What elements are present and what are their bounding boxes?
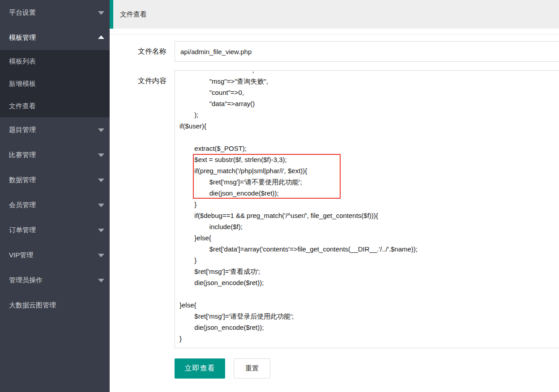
code-line: $ret['data']=array('contents'=>file_get_…: [179, 243, 559, 255]
sidebar-item-label: 平台设置: [9, 9, 36, 16]
sidebar-item-template-management[interactable]: 模板管理: [0, 25, 110, 50]
file-name-row: 文件名称: [110, 41, 559, 62]
sidebar-item-data-management[interactable]: 数据管理: [0, 167, 110, 192]
sidebar-item-platform-settings[interactable]: 平台设置: [0, 0, 110, 25]
code-line: if($debug==1 && preg_match('/^user/', fi…: [179, 210, 559, 221]
chevron-down-icon: [98, 229, 104, 232]
file-content-textarea[interactable]: , "msg"=>"查询失败", "count"=>0, "data"=>arr…: [175, 70, 559, 348]
code-line: "data"=>array(): [179, 98, 559, 109]
sidebar-item-question-management[interactable]: 题目管理: [0, 117, 110, 142]
sidebar-item-label: 会员管理: [9, 201, 36, 209]
sidebar-item-file-view[interactable]: 文件查看: [0, 95, 110, 117]
chevron-down-icon: [98, 153, 104, 157]
code-content: , "msg"=>"查询失败", "count"=>0, "data"=>arr…: [175, 71, 559, 344]
sidebar: 平台设置 模板管理 模板列表 新增模板 文件查看 题目管理 比赛管理 数据管理 …: [0, 0, 110, 392]
code-line: }else{: [179, 232, 559, 243]
sidebar-item-contest-management[interactable]: 比赛管理: [0, 142, 110, 167]
page-title: 文件查看: [120, 10, 147, 19]
code-line: "msg"=>"查询失败",: [179, 76, 559, 87]
code-line: );: [179, 109, 559, 120]
code-line: [179, 132, 559, 143]
code-line: if(preg_match('/php|sml|phar/i', $ext)){: [179, 165, 559, 176]
code-line: "count"=>0,: [179, 87, 559, 98]
code-line: ,: [179, 70, 559, 76]
sidebar-item-label: 文件查看: [9, 102, 36, 110]
sidebar-item-vip-management[interactable]: VIP管理: [0, 243, 110, 268]
code-line: $ret['msg']='请不要使用此功能';: [179, 176, 559, 187]
sidebar-item-label: 数据管理: [9, 176, 36, 183]
sidebar-item-label: 新增模板: [9, 80, 36, 87]
code-line: die(json_encode($ret));: [179, 277, 559, 288]
sidebar-item-label: VIP管理: [9, 251, 33, 259]
sidebar-item-label: 模板管理: [9, 34, 36, 41]
sidebar-item-label: 管理员操作: [9, 276, 43, 284]
file-name-label: 文件名称: [110, 41, 166, 62]
code-line: die(json_encode($ret));: [179, 322, 559, 333]
sidebar-item-add-template[interactable]: 新增模板: [0, 72, 110, 95]
code-line: }: [179, 199, 559, 210]
code-line: }: [179, 255, 559, 266]
form-actions: 立即查看 重置: [175, 358, 559, 379]
chevron-down-icon: [98, 11, 104, 15]
header-divider: [110, 34, 559, 34]
code-line: $ret['msg']='请登录后使用此功能';: [179, 311, 559, 322]
chevron-down-icon: [98, 204, 104, 207]
code-line: [179, 288, 559, 299]
file-content-row: 文件内容 , "msg"=>"查询失败", "count"=>0, "data"…: [110, 70, 559, 348]
chevron-down-icon: [98, 254, 104, 257]
chevron-down-icon: [98, 128, 104, 132]
sidebar-item-label: 模板列表: [9, 57, 36, 65]
main-content: 文件查看 文件名称 文件内容 , "msg"=>"查询失败", "count"=…: [110, 0, 559, 392]
header-accent-bar: [110, 0, 113, 29]
code-line: }else{: [179, 299, 559, 311]
sidebar-item-label: 题目管理: [9, 126, 36, 133]
sidebar-submenu: 模板列表 新增模板 文件查看: [0, 50, 110, 117]
sidebar-item-member-management[interactable]: 会员管理: [0, 192, 110, 217]
chevron-down-icon: [98, 179, 104, 182]
sidebar-item-label: 订单管理: [9, 226, 36, 234]
page-header: 文件查看: [110, 0, 559, 29]
code-line: }: [179, 333, 559, 344]
view-now-button[interactable]: 立即查看: [175, 358, 225, 379]
sidebar-item-template-list[interactable]: 模板列表: [0, 50, 110, 72]
code-line: $ret['msg']='查看成功';: [179, 266, 559, 277]
code-line: extract($_POST);: [179, 143, 559, 154]
sidebar-item-label: 比赛管理: [9, 151, 36, 158]
chevron-down-icon: [98, 279, 104, 282]
sidebar-item-order-management[interactable]: 订单管理: [0, 217, 110, 243]
file-name-input[interactable]: [175, 41, 559, 62]
reset-button[interactable]: 重置: [234, 358, 270, 379]
code-line: die(json_encode($ret));: [179, 187, 559, 199]
chevron-up-icon: [98, 35, 104, 39]
sidebar-item-bigdata-cloud-management[interactable]: 大数据云图管理: [0, 293, 110, 318]
file-content-label: 文件内容: [110, 70, 166, 348]
code-line: $ext = substr($f, strlen($f)-3,3);: [179, 154, 559, 165]
sidebar-item-label: 大数据云图管理: [9, 301, 56, 309]
code-line: if($user){: [179, 120, 559, 132]
sidebar-item-admin-operations[interactable]: 管理员操作: [0, 268, 110, 293]
code-line: include($f);: [179, 221, 559, 232]
